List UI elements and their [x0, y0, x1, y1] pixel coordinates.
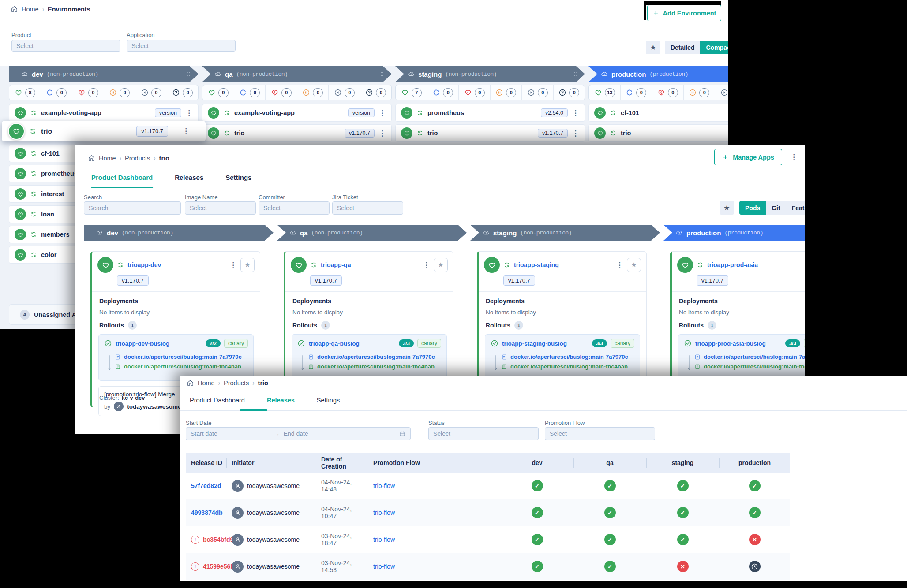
app-row[interactable]: example-voting-app version ⋮ — [9, 104, 199, 122]
count-missing[interactable]: 0 — [715, 85, 728, 100]
count-unknown[interactable]: 0 — [167, 85, 199, 100]
rollout-link[interactable]: trioapp-dev-buslog — [116, 340, 169, 347]
status-dev[interactable]: ✓✕ — [532, 480, 543, 491]
jira-ticket-select[interactable] — [332, 201, 403, 215]
app-row[interactable]: trio v1.170.7 ⋮ — [395, 124, 585, 142]
status-qa[interactable]: ✓✕ — [604, 480, 616, 491]
count-degraded[interactable]: 0 — [458, 85, 490, 100]
tab-product-dashboard[interactable]: Product Dashboard — [91, 174, 153, 181]
kebab-menu-icon[interactable]: ⋮ — [790, 153, 798, 162]
image-link[interactable]: docker.io/aperturesci/buslog:main-7a7970… — [704, 354, 805, 360]
count-suspended[interactable]: 0 — [683, 85, 715, 100]
status-dev[interactable]: ✓✕ — [532, 561, 543, 572]
status-qa[interactable]: ✓✕ — [604, 561, 616, 572]
status-production[interactable]: ✓✕ — [749, 534, 761, 545]
table-row[interactable]: !57f7ed82d todaywasawesome 04-Nov-24, 14… — [186, 473, 790, 499]
version-badge[interactable]: v1.170.7 — [136, 126, 168, 137]
image-link[interactable]: docker.io/aperturesci/buslog:main-fbc4ba… — [510, 363, 628, 370]
application-filter-select[interactable] — [127, 40, 236, 52]
version-badge[interactable]: v2.54.0 — [541, 108, 568, 117]
status-staging[interactable]: ✓✕ — [677, 534, 689, 545]
version-badge[interactable]: version — [155, 108, 181, 117]
kebab-menu-icon[interactable]: ⋮ — [185, 108, 193, 118]
count-missing[interactable]: 0 — [135, 85, 167, 100]
manage-apps-button[interactable]: Manage Apps — [714, 149, 782, 165]
count-suspended[interactable]: 0 — [104, 85, 135, 100]
count-progressing[interactable]: 0 — [620, 85, 652, 100]
count-suspended[interactable]: 0 — [297, 85, 329, 100]
tab-settings[interactable]: Settings — [225, 174, 251, 181]
breadcrumb-home[interactable]: Home — [198, 380, 215, 387]
rollout-link[interactable]: trioapp-prod-asia-buslog — [695, 340, 766, 347]
promotion-flow-link[interactable]: trio-flow — [373, 482, 395, 489]
env-header-dev[interactable]: dev (non-production) — [9, 66, 199, 82]
kebab-menu-icon[interactable]: ⋮ — [182, 127, 190, 136]
app-link[interactable]: trioapp-staging — [514, 261, 559, 268]
search-input[interactable] — [84, 201, 181, 215]
version-badge[interactable]: v1.170.7 — [503, 275, 535, 286]
grip-dots-icon[interactable] — [379, 71, 386, 78]
version-badge[interactable]: v1.170.7 — [697, 275, 728, 286]
rollout-link[interactable]: trioapp-qa-buslog — [309, 340, 360, 347]
header-initiator[interactable]: Initiator — [226, 453, 316, 473]
kebab-menu-icon[interactable]: ⋮ — [572, 108, 579, 118]
count-degraded[interactable]: 0 — [652, 85, 683, 100]
status-dev[interactable]: ✓✕ — [532, 507, 543, 518]
kebab-menu-icon[interactable]: ⋮ — [229, 261, 237, 270]
breadcrumb-products[interactable]: Products — [224, 380, 249, 387]
view-detailed-option[interactable]: Detailed — [665, 41, 700, 54]
env-header-production[interactable]: production (production) — [663, 225, 805, 241]
status-qa[interactable]: ✓✕ — [604, 534, 616, 545]
breadcrumb-home[interactable]: Home — [22, 6, 39, 13]
view-compact-option[interactable]: Compact — [700, 41, 728, 54]
app-row-trio-hover[interactable]: trio v1.170.7 ⋮ — [2, 121, 206, 141]
image-link[interactable]: docker.io/aperturesci/buslog:main-7a7970… — [317, 354, 435, 360]
add-environment-button[interactable]: Add Environment — [647, 5, 721, 21]
image-link[interactable]: docker.io/aperturesci/buslog:main-7a7970… — [510, 354, 628, 360]
date-range-input[interactable]: Start date → End date — [186, 427, 411, 440]
calendar-icon[interactable] — [399, 430, 406, 437]
committer-select[interactable] — [259, 201, 330, 215]
app-row[interactable]: example-voting-app version ⋮ — [202, 104, 392, 122]
status-select[interactable] — [428, 427, 539, 440]
count-healthy[interactable]: 8 — [9, 85, 41, 100]
version-badge[interactable]: v1.170.7 — [538, 129, 568, 138]
promotion-flow-select[interactable] — [545, 427, 655, 440]
header-date[interactable]: Date of Creation — [316, 453, 368, 473]
version-badge[interactable]: v1.170.7 — [345, 129, 375, 138]
count-unknown[interactable]: 0 — [553, 85, 585, 100]
status-qa[interactable]: ✓✕ — [604, 507, 616, 518]
promotion-flow-link[interactable]: trio-flow — [373, 509, 395, 516]
kebab-menu-icon[interactable]: ⋮ — [379, 129, 386, 138]
image-link[interactable]: docker.io/aperturesci/buslog:main-7a7970… — [124, 354, 242, 360]
tab-releases[interactable]: Releases — [267, 397, 295, 404]
image-link[interactable]: docker.io/aperturesci/buslog:main-fbc4ba… — [704, 363, 805, 370]
header-release-id[interactable]: Release ID — [186, 453, 226, 473]
grip-dots-icon[interactable] — [185, 71, 192, 78]
app-link[interactable]: trioapp-dev — [127, 261, 161, 268]
kebab-menu-icon[interactable]: ⋮ — [616, 261, 623, 270]
view-git-option[interactable]: Git — [766, 201, 786, 215]
image-link[interactable]: docker.io/aperturesci/buslog:main-fbc4ba… — [124, 363, 241, 370]
version-badge[interactable]: v1.170.7 — [310, 275, 342, 286]
count-progressing[interactable]: 0 — [427, 85, 459, 100]
view-pods-option[interactable]: Pods — [739, 201, 766, 215]
header-qa[interactable]: qa — [573, 453, 646, 473]
count-progressing[interactable]: 0 — [234, 85, 266, 100]
table-row[interactable]: !bc354bfd9 todaywasawesome 03-Nov-24, 18… — [186, 526, 790, 553]
product-filter-select[interactable] — [11, 40, 120, 52]
image-name-select[interactable] — [185, 201, 256, 215]
env-header-staging[interactable]: staging (non-production) — [470, 225, 660, 241]
breadcrumb-home[interactable]: Home — [99, 155, 116, 162]
header-staging[interactable]: staging — [646, 453, 719, 473]
header-production[interactable]: production — [719, 453, 790, 473]
env-header-dev[interactable]: dev (non-production) — [84, 225, 274, 241]
header-dev[interactable]: dev — [501, 453, 573, 473]
count-degraded[interactable]: 0 — [265, 85, 297, 100]
count-missing[interactable]: 0 — [521, 85, 553, 100]
count-degraded[interactable]: 0 — [72, 85, 104, 100]
kebab-menu-icon[interactable]: ⋮ — [423, 261, 430, 270]
home-icon[interactable] — [187, 379, 194, 387]
favorites-filter-button[interactable]: ★ — [646, 41, 660, 54]
favorite-star-button[interactable]: ★ — [434, 258, 448, 272]
